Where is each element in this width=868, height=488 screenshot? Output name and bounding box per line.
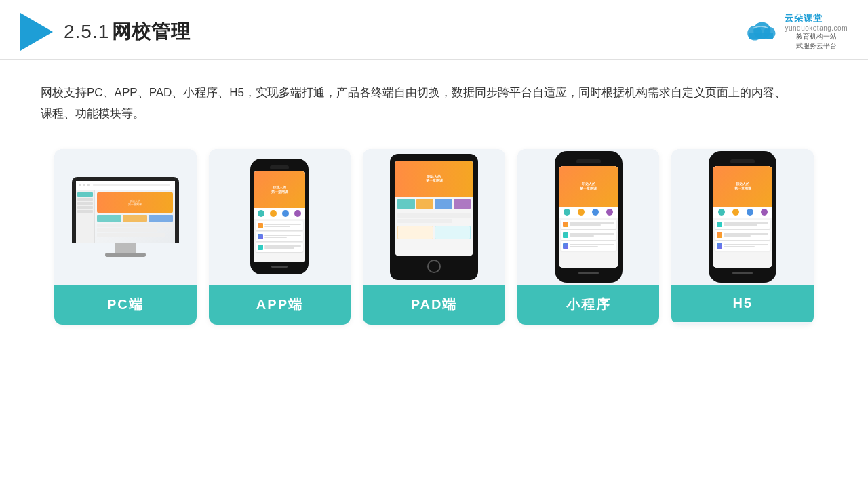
card-mini-label: 小程序 bbox=[517, 285, 660, 325]
brand-logo: 云朵课堂 yunduoketang.com 教育机构一站式服务云平台 bbox=[743, 12, 848, 51]
card-pc-label: PC端 bbox=[54, 285, 197, 325]
section-number: 2.5.1 bbox=[64, 21, 109, 42]
brand-url-text: yunduoketang.com bbox=[785, 24, 848, 32]
content-area: 网校支持PC、APP、PAD、小程序、H5，实现多端打通，产品各终端自由切换，数… bbox=[0, 60, 868, 338]
header-left: 2.5.1网校管理 bbox=[20, 13, 191, 51]
tablet-device-widget: 职达人的第一堂网课 bbox=[390, 154, 478, 280]
svg-rect-3 bbox=[749, 33, 773, 39]
card-pad-image: 职达人的第一堂网课 bbox=[363, 149, 505, 285]
page-title: 2.5.1网校管理 bbox=[64, 19, 191, 45]
title-text: 网校管理 bbox=[112, 21, 191, 42]
card-mini: 职达人的第一堂网课 bbox=[517, 149, 660, 325]
brand-info: 云朵课堂 yunduoketang.com 教育机构一站式服务云平台 bbox=[785, 12, 848, 51]
card-h5-image: 职达人的第一堂网课 bbox=[671, 149, 814, 285]
description-text: 网校支持PC、APP、PAD、小程序、H5，实现多端打通，产品各终端自由切换，数… bbox=[41, 82, 787, 125]
device-cards-area: 职达人的第一堂网课 bbox=[41, 149, 827, 325]
app-phone-device: 职达人的第一堂网课 bbox=[250, 159, 309, 274]
card-app-label: APP端 bbox=[209, 285, 351, 325]
app-phone-notch bbox=[270, 165, 289, 169]
tablet-home-button bbox=[427, 260, 441, 273]
brand-slogan-text: 教育机构一站式服务云平台 bbox=[785, 32, 848, 51]
card-pad: 职达人的第一堂网课 bbox=[363, 149, 505, 325]
phone-screen: 职达人的第一堂网课 bbox=[559, 166, 618, 268]
monitor-base bbox=[105, 253, 146, 257]
card-pc: 职达人的第一堂网课 bbox=[54, 149, 197, 325]
brand-name-text: 云朵课堂 bbox=[785, 12, 848, 24]
logo-triangle-icon bbox=[20, 13, 53, 51]
tablet-screen: 职达人的第一堂网课 bbox=[395, 161, 473, 256]
card-pad-label: PAD端 bbox=[363, 285, 505, 325]
app-phone-screen: 职达人的第一堂网课 bbox=[254, 171, 305, 262]
h5-phone-device: 职达人的第一堂网课 bbox=[709, 151, 776, 283]
cloud-svg-icon bbox=[743, 20, 779, 44]
app-phone-bottom bbox=[271, 266, 288, 268]
card-app: 职达人的第一堂网课 bbox=[209, 149, 351, 325]
pc-monitor-device: 职达人的第一堂网课 bbox=[72, 177, 179, 257]
h5-phone-screen: 职达人的第一堂网课 bbox=[713, 166, 772, 268]
card-h5: 职达人的第一堂网课 bbox=[671, 149, 814, 325]
phone-notch bbox=[576, 159, 601, 163]
phone-bottom-bar bbox=[578, 272, 599, 274]
card-app-image: 职达人的第一堂网课 bbox=[209, 149, 351, 285]
card-h5-label: H5 bbox=[671, 285, 814, 322]
monitor-outer: 职达人的第一堂网课 bbox=[72, 177, 179, 243]
card-pc-image: 职达人的第一堂网课 bbox=[54, 149, 197, 285]
h5-phone-bottom-bar bbox=[732, 272, 753, 274]
tablet-outer: 职达人的第一堂网课 bbox=[390, 154, 478, 280]
monitor-screen: 职达人的第一堂网课 bbox=[76, 181, 175, 243]
card-mini-image: 职达人的第一堂网课 bbox=[517, 149, 660, 285]
h5-phone-notch bbox=[730, 159, 755, 163]
header: 2.5.1网校管理 云朵课堂 yunduoketang.com 教育机构一站式服… bbox=[0, 0, 868, 60]
monitor-stand bbox=[115, 243, 136, 253]
mini-phone-device: 职达人的第一堂网课 bbox=[555, 151, 623, 283]
